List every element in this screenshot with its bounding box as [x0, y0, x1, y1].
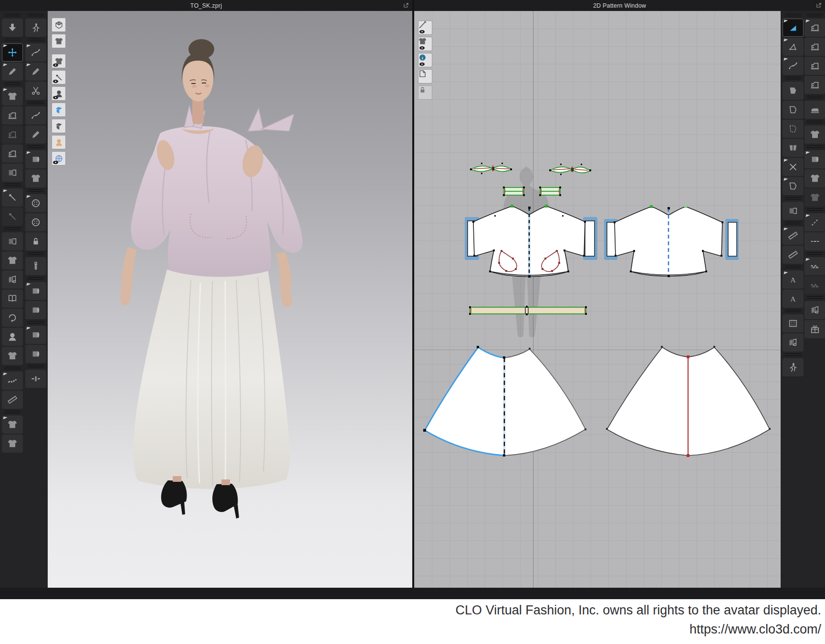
front-bodice[interactable] [465, 205, 597, 278]
graphic-button[interactable] [25, 345, 46, 363]
garment-skirt[interactable] [133, 270, 290, 489]
trim-button[interactable] [25, 301, 46, 319]
back-bodice[interactable] [604, 205, 739, 277]
edit-sewing-2d-button[interactable] [804, 19, 825, 37]
cursor-icon [783, 58, 788, 62]
graphic-pick-button[interactable] [25, 326, 46, 344]
external-link-icon[interactable] [815, 2, 822, 9]
garment-measure-list-button[interactable] [2, 435, 23, 453]
show-garment-2d-button[interactable] [418, 37, 432, 51]
texture-check-button[interactable] [804, 188, 825, 207]
basting-button[interactable] [804, 213, 825, 231]
gift-wrap-button[interactable] [804, 320, 825, 338]
elastic-button[interactable] [804, 257, 825, 275]
style-lift-button[interactable] [2, 347, 23, 365]
front-skirt[interactable] [423, 346, 586, 457]
steam-iron-button[interactable] [804, 101, 825, 119]
texture-shirt-button[interactable] [25, 169, 46, 187]
fold-line-button[interactable] [783, 202, 804, 220]
clone-layer-pattern-button[interactable] [783, 333, 804, 352]
fabric-pick-button[interactable] [25, 150, 46, 168]
zipper-icon [31, 261, 41, 271]
add-text-button[interactable] [783, 290, 804, 308]
ruler-2d-button[interactable] [783, 246, 804, 264]
shoulder-tie-pair-left[interactable] [470, 163, 512, 174]
garment-measure-button[interactable] [2, 415, 23, 434]
edit-text-button[interactable] [783, 270, 804, 289]
button-place-button[interactable] [25, 194, 46, 212]
walk-avatar-button[interactable] [25, 19, 46, 37]
rotate-avatar-button[interactable] [2, 309, 23, 327]
flatten-garment-button[interactable] [2, 290, 23, 308]
show-base-pattern-button[interactable] [418, 69, 432, 83]
dart-button[interactable] [783, 139, 804, 157]
segment-sewing-button[interactable] [2, 106, 23, 125]
shirring-band-left[interactable] [503, 187, 525, 196]
solidify-garment-button[interactable] [2, 251, 23, 270]
free-sewing-2d-button[interactable] [804, 57, 825, 75]
basting-line-button[interactable] [804, 232, 825, 250]
edit-curvature-button[interactable] [783, 57, 804, 75]
external-link-icon[interactable] [403, 2, 409, 9]
viewport-2d-pattern[interactable] [414, 11, 781, 588]
fitting-compress-button[interactable] [25, 370, 46, 388]
buttonhole-lock-button[interactable] [25, 232, 46, 250]
roll-icon [31, 154, 41, 165]
waistband[interactable] [469, 306, 587, 315]
pen-3d-button[interactable] [25, 62, 46, 81]
button-button[interactable] [25, 213, 46, 231]
free-sewing-button[interactable] [2, 125, 23, 144]
pleats-button[interactable] [783, 314, 804, 332]
show-stitches-button[interactable] [418, 21, 432, 35]
fabric-2d-button[interactable] [804, 150, 825, 168]
simulate-button[interactable] [2, 19, 23, 37]
select-move-button[interactable] [2, 43, 23, 62]
add-pattern-button[interactable] [804, 301, 825, 319]
seam-allowance-button[interactable] [783, 120, 804, 138]
shirring-button[interactable] [804, 276, 825, 294]
viewport-3d[interactable] [48, 11, 412, 588]
shoulder-tie-pair-right[interactable] [549, 164, 591, 175]
fold-arrangement-button[interactable] [2, 232, 23, 250]
edit-pattern-button[interactable] [783, 38, 804, 56]
select-mesh-button[interactable] [2, 87, 23, 105]
trace-curve-button[interactable] [25, 106, 46, 125]
texture-2d-button[interactable] [804, 169, 825, 187]
zipper-button[interactable] [25, 257, 46, 275]
pin-button[interactable] [2, 188, 23, 207]
wave-icon [810, 261, 820, 271]
edit-curve-3d-button[interactable] [25, 43, 46, 62]
layer-clone-button[interactable] [2, 270, 23, 289]
cut-and-sew-button[interactable] [25, 82, 46, 100]
show-pattern-info-button[interactable] [418, 53, 432, 67]
lock-pattern-button[interactable] [418, 85, 432, 100]
tack-button[interactable] [2, 208, 23, 226]
edit-sewing-button[interactable] [2, 145, 23, 163]
shirring-band-right[interactable] [539, 187, 561, 196]
add-point-split-button[interactable] [783, 158, 804, 176]
avatar-fit-button[interactable] [2, 328, 23, 346]
letterA-icon [788, 293, 798, 304]
trace-pattern-button[interactable] [783, 177, 804, 195]
trim-pick-button[interactable] [25, 282, 46, 300]
garment-blouse[interactable] [131, 105, 303, 276]
credit-url[interactable]: https://www.clo3d.com/ [689, 622, 821, 637]
pento-icon [788, 181, 798, 191]
transform-pattern-button[interactable] [783, 19, 804, 37]
rectangle-pattern-button[interactable] [783, 101, 804, 119]
cursor-icon [26, 151, 31, 155]
tape-measure-button[interactable] [2, 372, 23, 390]
segment-sewing-2d-button[interactable] [804, 38, 825, 56]
ruler-3d-button[interactable] [2, 391, 23, 409]
sewing-layout-button[interactable] [2, 164, 23, 182]
polygon-pattern-button[interactable] [783, 82, 804, 100]
trace-pen-button[interactable] [25, 125, 46, 144]
toolbar-separator [28, 321, 44, 324]
back-skirt[interactable] [606, 346, 771, 457]
grading-button[interactable] [783, 358, 804, 376]
select-lasso-button[interactable] [2, 62, 23, 81]
tack-2d-button[interactable] [804, 125, 825, 144]
scissor-icon [31, 85, 41, 96]
edit-measure-button[interactable] [783, 227, 804, 245]
detail-sewing-2d-button[interactable] [804, 76, 825, 94]
